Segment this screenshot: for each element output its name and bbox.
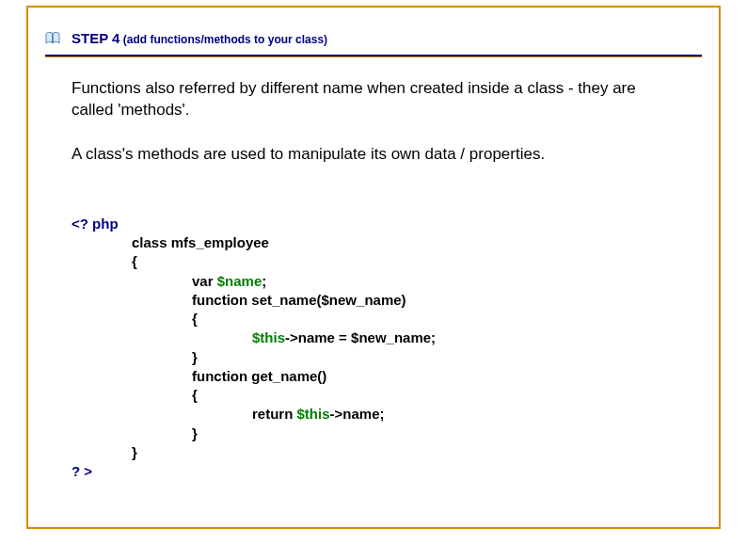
code-var-prefix: var [192,273,217,289]
header-row: STEP 4 (add functions/methods to your cl… [28,8,719,55]
step-label: STEP 4 [72,30,119,46]
paragraph-1: Functions also referred by different nam… [72,78,675,121]
code-func2-sig: function get_name() [72,367,719,386]
code-func2-body: return $this->name; [72,405,719,424]
code-func1-body: $this->name = $new_name; [72,328,719,347]
code-close-tag: ? > [72,462,719,481]
code-class-open: { [72,252,719,271]
code-this1: $this [252,329,285,345]
code-class-close: } [72,443,719,462]
code-class-decl: class mfs_employee [72,233,719,252]
code-func2-rest: ->name; [330,406,385,422]
code-func1-sig: function set_name($new_name) [72,291,719,310]
code-this2: $this [297,406,330,422]
paragraph-2: A class's methods are used to manipulate… [72,144,675,166]
step-title: STEP 4 (add functions/methods to your cl… [72,30,327,47]
code-func2-return: return [252,406,297,422]
code-func1-open: { [72,310,719,328]
body-text: Functions also referred by different nam… [28,57,719,166]
code-func1-close: } [72,348,719,367]
code-func1-rest: ->name = $new_name; [285,329,436,345]
book-icon [45,32,60,45]
code-var-decl: var $name; [72,272,719,291]
code-open-tag: <? php [72,215,719,233]
code-func2-open: { [72,386,719,405]
code-block: <? php class mfs_employee { var $name; f… [28,166,719,482]
slide-frame: STEP 4 (add functions/methods to your cl… [26,6,721,529]
step-subtitle: (add functions/methods to your class) [119,33,327,46]
code-var-name: $name [217,273,262,289]
code-func2-close: } [72,424,719,443]
code-var-suffix: ; [262,273,266,289]
